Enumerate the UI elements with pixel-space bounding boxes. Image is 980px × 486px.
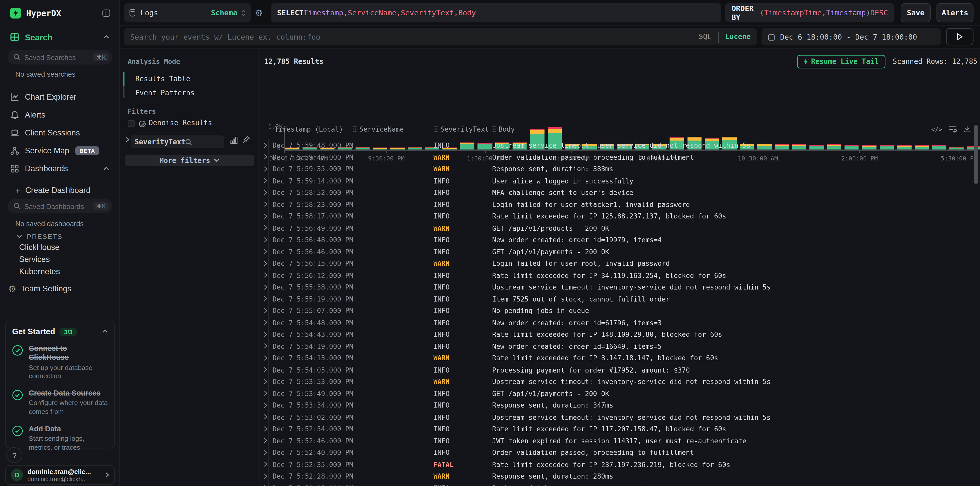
chevron-right-icon[interactable] [126,137,130,143]
sidebar-item-alerts[interactable]: Alerts [0,107,119,123]
table-row[interactable]: Dec 7 5:55:19.000 PMINFOItem 7525 out of… [259,293,975,304]
table-row[interactable]: Dec 7 5:53:34.000 PMINFOResponse sent, d… [259,399,975,411]
row-expand-icon[interactable] [259,308,268,314]
column-timestamp[interactable]: Timestamp (Local) [275,125,343,133]
bar-chart-icon[interactable] [230,136,238,145]
column-servicename[interactable]: ServiceName [353,125,404,133]
denoise-checkbox[interactable] [128,120,135,127]
create-dashboard-button[interactable]: + Create Dashboard [0,183,119,198]
table-row[interactable]: Dec 7 5:56:48.000 PMINFONew order create… [259,234,975,245]
presets-section[interactable]: PRESETS [0,231,119,241]
row-expand-icon[interactable] [259,462,268,467]
event-search-box[interactable]: SQL | Lucene [124,28,757,46]
chevron-up-icon[interactable] [103,167,109,170]
table-row[interactable]: Dec 7 5:56:49.000 PMWARNGET /api/v1/prod… [259,222,975,234]
table-row[interactable]: Dec 7 5:53:49.000 PMINFOGET /api/v1/paym… [259,387,975,399]
mode-results-table[interactable]: Results Table [135,75,190,83]
more-filters-button[interactable]: More filters [125,155,254,166]
chevron-up-icon[interactable] [102,330,108,333]
severity-filter-field[interactable]: SeverityText [131,135,224,148]
wrap-text-icon[interactable] [948,125,957,133]
row-expand-icon[interactable] [259,190,268,196]
column-body[interactable]: Body [492,125,515,133]
row-expand-icon[interactable] [259,225,268,231]
lucene-toggle[interactable]: Lucene [725,33,751,41]
table-row[interactable]: Dec 7 5:55:38.000 PMINFOUpstream service… [259,281,975,293]
row-expand-icon[interactable] [259,379,268,384]
table-row[interactable]: Dec 7 5:59:47.000 PMWARNOrder validation… [259,151,975,163]
table-row[interactable]: Dec 7 5:59:35.000 PMWARNResponse sent, d… [259,163,975,175]
table-row[interactable]: Dec 7 5:54:48.000 PMINFONew order create… [259,317,975,328]
table-row[interactable]: Dec 7 5:54:19.000 PMINFONew order create… [259,340,975,352]
table-row[interactable]: Dec 7 5:54:13.000 PMWARNRate limit excee… [259,352,975,364]
row-expand-icon[interactable] [259,402,268,408]
table-row[interactable]: Dec 7 5:59:48.000 PMINFOUpstream service… [259,139,975,151]
resume-live-tail-button[interactable]: Resume Live Tail [797,55,885,68]
pin-icon[interactable] [242,135,250,144]
table-row[interactable]: Dec 7 5:52:46.000 PMINFOJWT token expire… [259,435,975,446]
row-expand-icon[interactable] [259,154,268,160]
table-row[interactable]: Dec 7 5:52:54.000 PMINFORate limit excee… [259,423,975,435]
row-expand-icon[interactable] [259,249,268,255]
preset-clickhouse[interactable]: ClickHouse [19,243,59,252]
save-button[interactable]: Save [901,3,931,22]
row-expand-icon[interactable] [259,237,268,243]
row-expand-icon[interactable] [259,284,268,290]
table-row[interactable]: Dec 7 5:53:02.000 PMINFOUpstream service… [259,411,975,423]
table-row[interactable]: Dec 7 5:54:43.000 PMINFORate limit excee… [259,328,975,340]
table-row[interactable]: Dec 7 5:52:40.000 PMINFOOrder validation… [259,447,975,458]
sidebar-item-service-map[interactable]: Service Map BETA [0,143,119,158]
table-row[interactable]: Dec 7 5:52:25.000 PMINFOBackground job s… [259,482,975,486]
preset-kubernetes[interactable]: Kubernetes [19,267,60,276]
drag-handle-icon[interactable] [434,126,438,132]
saved-dashboards-input[interactable]: ⌘K [8,199,112,214]
chevron-up-icon[interactable] [103,35,109,39]
row-expand-icon[interactable] [259,260,268,266]
table-row[interactable]: Dec 7 5:58:17.000 PMINFORate limit excee… [259,210,975,222]
row-expand-icon[interactable] [259,166,268,172]
row-expand-icon[interactable] [259,272,268,278]
saved-dashboards-field[interactable] [24,202,93,210]
table-row[interactable]: Dec 7 5:53:53.000 PMWARNUpstream service… [259,376,975,387]
user-menu[interactable]: D dominic.tran@clic... dominic.tran@clic… [5,465,115,485]
drag-handle-icon[interactable] [353,126,357,132]
sidebar-item-dashboards[interactable]: Dashboards [0,161,119,176]
row-expand-icon[interactable] [259,178,268,184]
row-expand-icon[interactable] [259,414,268,420]
row-expand-icon[interactable] [259,473,268,479]
order-by-bar[interactable]: ORDER BY (TimestampTime, Timestamp) DESC [725,3,894,22]
date-range-picker[interactable]: Dec 6 18:00:00 - Dec 7 18:00:00 [762,28,941,46]
row-expand-icon[interactable] [259,390,268,396]
event-search-input[interactable] [130,32,699,41]
row-expand-icon[interactable] [259,426,268,432]
row-expand-icon[interactable] [259,296,268,302]
row-expand-icon[interactable] [259,213,268,219]
get-started-step-add-data[interactable]: Add Data Start sending logs, metrics, or… [12,424,108,452]
download-icon[interactable] [963,125,971,133]
table-row[interactable]: Dec 7 5:56:15.000 PMWARNLogin failed for… [259,258,975,269]
row-expand-icon[interactable] [259,438,268,444]
row-expand-icon[interactable] [259,201,268,207]
source-select[interactable]: Logs Schema [124,3,251,22]
select-query-bar[interactable]: SELECT Timestamp,ServiceName,SeverityTex… [270,3,721,22]
row-expand-icon[interactable] [259,355,268,361]
get-started-step-connect[interactable]: Connect to ClickHouse Set up your databa… [12,344,108,381]
saved-searches-input[interactable]: ⌘K [8,50,112,65]
table-row[interactable]: Dec 7 5:52:35.000 PMFATALRate limit exce… [259,458,975,470]
row-expand-icon[interactable] [259,449,268,455]
table-row[interactable]: Dec 7 5:56:46.000 PMINFOGET /api/v1/paym… [259,245,975,257]
sidebar-item-chart-explorer[interactable]: Chart Explorer [0,89,119,105]
table-row[interactable]: Dec 7 5:52:28.000 PMWARNResponse sent, d… [259,470,975,482]
help-button[interactable]: ? [6,447,22,463]
get-started-step-sources[interactable]: Create Data Sources Configure where your… [12,389,108,416]
collapse-sidebar-icon[interactable] [102,9,111,17]
preset-services[interactable]: Services [19,255,50,264]
table-row[interactable]: Dec 7 5:55:07.000 PMINFONo pending jobs … [259,305,975,317]
row-expand-icon[interactable] [259,485,268,486]
vertical-scrollbar[interactable] [974,125,978,184]
sidebar-item-search[interactable]: Search [0,31,119,43]
table-row[interactable]: Dec 7 5:54:05.000 PMINFOProcessing payme… [259,364,975,376]
table-row[interactable]: Dec 7 5:58:52.000 PMINFOMFA challenge se… [259,186,975,198]
table-row[interactable]: Dec 7 5:58:23.000 PMINFOLogin failed for… [259,198,975,210]
mode-event-patterns[interactable]: Event Patterns [135,89,194,97]
